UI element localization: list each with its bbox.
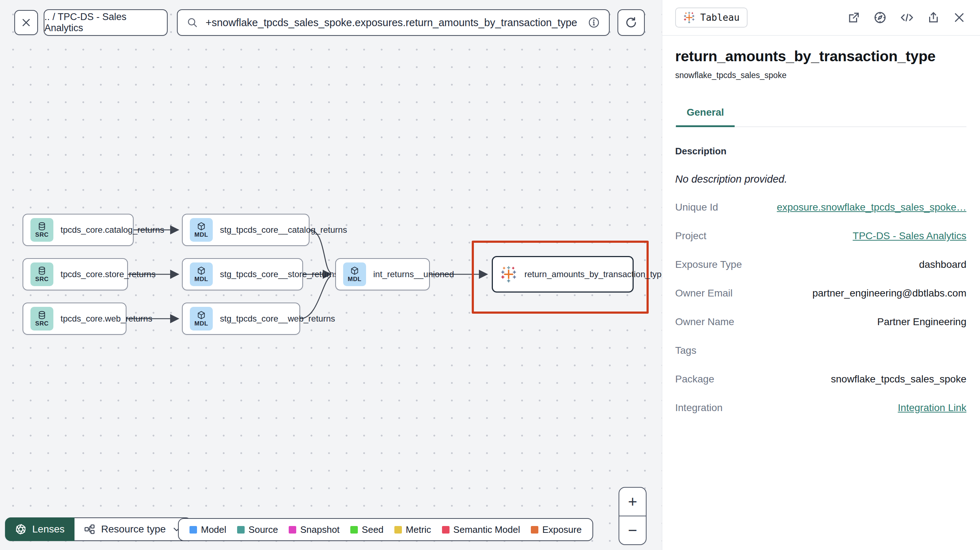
graph-node-stg_web[interactable]: MDLstg_tpcds_core__web_returns	[182, 302, 300, 335]
refresh-button[interactable]	[617, 9, 645, 36]
graph-node-int_unioned[interactable]: MDLint_returns__unioned	[335, 258, 430, 290]
lens-controls: Lenses Resource type	[5, 517, 192, 541]
field-label: Tags	[675, 345, 696, 356]
breadcrumb[interactable]: .. / TPC-DS - Sales Analytics	[44, 9, 168, 36]
node-label: return_amounts_by_transaction_type	[524, 269, 666, 279]
resource-type-label: Resource type	[101, 523, 166, 535]
explore-compass-icon[interactable]	[873, 11, 887, 24]
resource-package-subtitle: snowflake_tpcds_sales_spoke	[675, 70, 966, 80]
field-value: snowflake_tpcds_sales_spoke	[831, 374, 966, 385]
legend-label: Semantic Model	[453, 524, 520, 535]
node-label: stg_tpcds_core__web_returns	[220, 314, 335, 324]
resource-type-icon	[84, 523, 95, 535]
resource-type-dropdown[interactable]: Resource type	[75, 517, 192, 541]
field-value: dashboard	[919, 259, 966, 270]
field-label: Project	[675, 230, 706, 242]
legend-item-model: Model	[189, 524, 226, 535]
legend-item-semantic-model: Semantic Model	[442, 524, 520, 535]
field-value: Partner Engineering	[877, 316, 966, 327]
detail-row-tags: Tags	[675, 345, 966, 357]
panel-tabs: General	[675, 107, 966, 127]
field-label: Owner Name	[675, 316, 734, 327]
legend-label: Source	[248, 524, 278, 535]
legend-swatch	[237, 526, 245, 534]
node-label: tpcds_core.store_returns	[60, 269, 156, 279]
tab-general[interactable]: General	[676, 107, 735, 127]
field-value[interactable]: Integration Link	[898, 402, 966, 413]
resource-legend: ModelSourceSnapshotSeedMetricSemantic Mo…	[178, 518, 593, 541]
field-label: Owner Email	[675, 288, 732, 299]
field-label: Unique Id	[675, 202, 718, 213]
node-label: tpcds_core.web_returns	[60, 314, 152, 324]
lenses-aperture-icon	[15, 523, 27, 535]
zoom-out-button[interactable]: −	[619, 517, 646, 544]
description-empty-text: No description provided.	[675, 173, 966, 185]
legend-label: Exposure	[542, 524, 582, 535]
graph-node-src_store[interactable]: SRCtpcds_core.store_returns	[22, 258, 128, 290]
detail-row-integration: IntegrationIntegration Link	[675, 402, 966, 414]
legend-item-snapshot: Snapshot	[289, 524, 340, 535]
detail-row-owner-name: Owner NamePartner Engineering	[675, 316, 966, 328]
lenses-label: Lenses	[32, 523, 64, 535]
detail-row-package: Packagesnowflake_tpcds_sales_spoke	[675, 374, 966, 386]
field-label: Integration	[675, 402, 722, 413]
legend-swatch	[289, 526, 296, 534]
lenses-button[interactable]: Lenses	[5, 517, 75, 541]
source-badge-icon: SRC	[30, 262, 53, 286]
detail-row-project: ProjectTPC-DS - Sales Analytics	[675, 230, 966, 242]
zoom-controls: + −	[619, 487, 646, 545]
legend-swatch	[350, 526, 358, 534]
tableau-logo-icon	[683, 11, 695, 24]
close-panel-icon[interactable]	[953, 11, 966, 24]
legend-label: Metric	[406, 524, 431, 535]
graph-node-stg_catalog[interactable]: MDLstg_tpcds_core__catalog_returns	[182, 214, 309, 246]
legend-swatch	[189, 526, 197, 534]
legend-swatch	[531, 526, 538, 534]
node-label: tpcds_core.catalog_returns	[60, 225, 164, 235]
close-lineage-button[interactable]	[14, 10, 38, 35]
field-value: partner_engineering@dbtlabs.com	[812, 288, 966, 299]
legend-label: Model	[201, 524, 226, 535]
resource-title: return_amounts_by_transaction_type	[675, 48, 966, 65]
graph-node-src_catalog[interactable]: SRCtpcds_core.catalog_returns	[22, 214, 134, 246]
tableau-badge-label: Tableau	[700, 12, 740, 23]
source-badge-icon: SRC	[30, 307, 53, 331]
source-badge-icon: SRC	[30, 218, 53, 242]
info-icon[interactable]	[587, 16, 600, 29]
detail-row-exposure-type: Exposure Typedashboard	[675, 259, 966, 271]
description-heading: Description	[675, 146, 966, 157]
lineage-canvas[interactable]: SRCtpcds_core.catalog_returnsSRCtpcds_co…	[0, 0, 662, 550]
graph-node-src_web[interactable]: SRCtpcds_core.web_returns	[22, 302, 126, 335]
refresh-icon	[625, 16, 638, 29]
field-label: Exposure Type	[675, 259, 742, 270]
node-label: int_returns__unioned	[373, 269, 454, 279]
field-label: Package	[675, 374, 714, 385]
tableau-badge[interactable]: Tableau	[675, 8, 748, 27]
graph-node-stg_store[interactable]: MDLstg_tpcds_core__store_returns	[182, 258, 303, 290]
legend-item-metric: Metric	[395, 524, 431, 535]
search-icon	[186, 16, 199, 29]
legend-label: Seed	[362, 524, 383, 535]
graph-node-exposure[interactable]: return_amounts_by_transaction_type	[492, 256, 634, 292]
search-input[interactable]	[205, 17, 580, 29]
breadcrumb-label: .. / TPC-DS - Sales Analytics	[45, 11, 167, 33]
zoom-in-button[interactable]: +	[619, 488, 646, 517]
legend-item-seed: Seed	[350, 524, 383, 535]
legend-swatch	[395, 526, 402, 534]
model-badge-icon: MDL	[190, 262, 213, 286]
share-icon[interactable]	[927, 11, 940, 24]
node-label: stg_tpcds_core__catalog_returns	[220, 225, 347, 235]
detail-row-owner-email: Owner Emailpartner_engineering@dbtlabs.c…	[675, 288, 966, 300]
field-value[interactable]: exposure.snowflake_tpcds_sales_spoke…	[777, 202, 966, 213]
model-badge-icon: MDL	[343, 262, 366, 286]
model-badge-icon: MDL	[190, 218, 213, 242]
model-badge-icon: MDL	[190, 307, 213, 331]
legend-item-source: Source	[237, 524, 278, 535]
code-icon[interactable]	[900, 11, 914, 24]
field-value[interactable]: TPC-DS - Sales Analytics	[853, 230, 966, 242]
tableau-exposure-icon	[500, 266, 517, 283]
open-external-icon[interactable]	[848, 11, 861, 24]
detail-panel: Tableau return_amounts_by_transaction_ty…	[662, 0, 980, 550]
legend-label: Snapshot	[300, 524, 340, 535]
detail-row-unique-id: Unique Idexposure.snowflake_tpcds_sales_…	[675, 202, 966, 214]
